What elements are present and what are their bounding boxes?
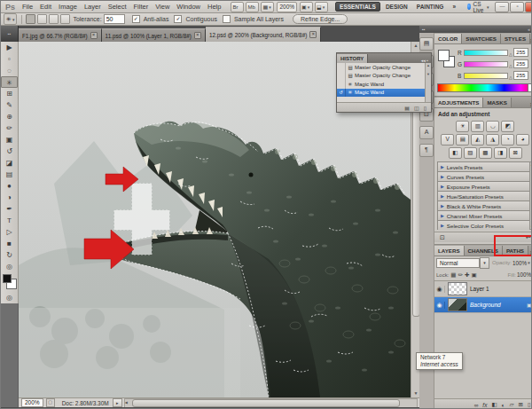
invert-icon[interactable]: ◧ <box>449 147 462 159</box>
marquee-tool[interactable]: ▫ <box>1 53 18 65</box>
quick-mask-button[interactable]: ◎ <box>1 292 19 303</box>
workspace-more-button[interactable]: » <box>449 3 459 11</box>
black-white-presets-item[interactable]: ▶Black & White Presets <box>437 201 532 210</box>
red-channel-value[interactable]: 255 <box>513 48 528 57</box>
curves-presets-item[interactable]: ▶Curves Presets <box>437 171 532 181</box>
delete-state-icon[interactable]: ▯ <box>424 105 426 111</box>
disclosure-icon[interactable]: ▶ <box>441 164 444 169</box>
current-tool-dropdown[interactable]: ✳▾ <box>4 13 17 25</box>
launch-bridge-icon[interactable]: Br <box>231 2 244 12</box>
selection-subtract-button[interactable] <box>49 14 59 24</box>
lock-all-icon[interactable]: ▣ <box>471 271 476 279</box>
black-white-ramp-end[interactable] <box>528 83 532 92</box>
photo-filter-icon[interactable]: ◔ <box>501 134 514 146</box>
disclosure-icon[interactable]: ▶ <box>441 174 444 179</box>
link-layers-icon[interactable]: ∞ <box>474 402 479 408</box>
history-panel-header[interactable]: HISTORY ◂◂ ▪ <box>337 53 431 63</box>
eyedropper-tool[interactable]: ✎ <box>1 99 18 111</box>
blue-channel-value[interactable]: 255 <box>513 71 528 80</box>
history-scrollbar[interactable]: ▲▼ <box>425 63 431 102</box>
foreground-color-swatch[interactable] <box>3 274 12 283</box>
tab-swatches[interactable]: SWATCHES <box>462 34 501 43</box>
cs-live-dropdown[interactable]: CS Live▾ <box>467 1 489 13</box>
close-icon[interactable]: × <box>309 31 317 38</box>
blend-mode-select[interactable]: Normal <box>436 258 480 268</box>
history-state-3[interactable]: ✳ Magic Wand <box>337 80 431 89</box>
disclosure-icon[interactable]: ▶ <box>441 223 444 228</box>
shape-tool[interactable]: ■ <box>1 238 18 249</box>
lasso-tool[interactable]: ◌ <box>1 65 18 76</box>
dock-collapse-strip[interactable]: ▪▪ « <box>419 26 532 33</box>
green-channel-value[interactable]: 255 <box>513 59 528 68</box>
chevron-down-icon[interactable]: ▾ <box>528 260 530 265</box>
document-tab-1[interactable]: F1.jpg @ 66.7% (RGB/8#)× <box>19 28 102 42</box>
delete-layer-icon[interactable]: ▯ <box>528 401 531 408</box>
contiguous-checkbox[interactable]: ✓ <box>174 15 182 23</box>
tab-styles[interactable]: STYLES <box>501 34 530 43</box>
background-name[interactable]: Background <box>470 302 501 308</box>
hue-saturation-presets-item[interactable]: ▶Hue/Saturation Presets <box>437 191 532 201</box>
zoom-level-dropdown[interactable]: 200% ▾ <box>277 2 297 12</box>
brush-tool[interactable]: ✏ <box>1 122 18 134</box>
menu-select[interactable]: Select <box>105 3 130 11</box>
background-color-well[interactable] <box>438 50 450 61</box>
workspace-painting[interactable]: PAINTING <box>413 3 448 11</box>
new-group-icon[interactable]: ▱ <box>510 401 514 408</box>
disclosure-icon[interactable]: ▶ <box>441 193 444 199</box>
document-tab-2[interactable]: 11.psd @ 100% (Layer 1, RGB/8#)× <box>102 28 206 42</box>
minimize-button[interactable]: — <box>495 2 509 12</box>
history-state-4-selected[interactable]: ↺ ✳ Magic Wand <box>337 89 431 98</box>
lock-transparent-icon[interactable]: ▦ <box>450 271 456 279</box>
history-brush-source-cell[interactable] <box>337 63 346 72</box>
gradient-tool[interactable]: ▤ <box>1 169 18 180</box>
visibility-eye-icon[interactable]: ◉ <box>434 286 445 293</box>
sample-all-layers-checkbox[interactable] <box>223 15 231 23</box>
fill-value[interactable]: 100% <box>517 271 531 278</box>
layer1-name[interactable]: Layer 1 <box>470 286 489 292</box>
layer-style-fx-icon[interactable]: fx <box>482 402 487 408</box>
black-white-icon[interactable]: ◮ <box>486 134 499 146</box>
menu-image[interactable]: Image <box>55 3 81 11</box>
tolerance-input[interactable] <box>104 14 125 24</box>
lock-pixels-icon[interactable]: ✏ <box>458 271 463 279</box>
horizontal-scroll-thumb[interactable] <box>132 399 400 407</box>
scroll-left-icon[interactable]: ◀ <box>125 399 128 405</box>
posterize-icon[interactable]: ▨ <box>464 147 477 159</box>
screen-mode-icon[interactable]: ⬓▾ <box>315 2 328 12</box>
disclosure-icon[interactable]: ▶ <box>441 184 444 189</box>
visibility-eye-icon[interactable]: ◉ <box>434 302 445 309</box>
selective-color-presets-item[interactable]: ▶Selective Color Presets <box>437 220 532 230</box>
menu-window[interactable]: Window <box>173 3 204 11</box>
channel-mixer-icon[interactable]: ◕ <box>516 134 529 146</box>
gradient-map-icon[interactable]: ◨ <box>494 147 507 159</box>
healing-brush-tool[interactable]: ⊕ <box>1 111 18 122</box>
history-brush-source-icon[interactable]: ↺ <box>337 89 346 98</box>
tab-history[interactable]: HISTORY <box>337 54 368 63</box>
disclosure-icon[interactable]: ▶ <box>441 203 444 208</box>
horizontal-scrollbar[interactable]: ◀ <box>124 398 418 408</box>
paragraph-panel-icon[interactable]: ¶ <box>419 144 434 157</box>
vibrance-icon[interactable]: V <box>441 134 454 146</box>
selective-color-icon[interactable]: ⊠ <box>509 147 522 159</box>
pen-tool[interactable]: ✒ <box>1 203 18 215</box>
green-channel-slider[interactable] <box>464 61 508 67</box>
history-brush-source-cell[interactable] <box>337 80 346 89</box>
new-adjustment-layer-icon[interactable]: ◐ <box>502 402 505 408</box>
move-tool[interactable]: ▶ <box>1 42 18 53</box>
color-spectrum-ramp[interactable] <box>437 83 532 92</box>
selection-new-button[interactable] <box>26 14 35 24</box>
brightness-contrast-icon[interactable]: ☀ <box>456 121 469 132</box>
toolbox-collapse-header[interactable]: ▪▪ <box>1 26 19 42</box>
slider-handle-icon[interactable]: △ <box>509 51 512 57</box>
clone-stamp-tool[interactable]: ▣ <box>1 134 18 146</box>
close-icon[interactable]: × <box>194 32 201 39</box>
crop-tool[interactable]: ⊞ <box>1 88 18 99</box>
anti-alias-checkbox[interactable]: ✓ <box>132 15 140 23</box>
tab-adjustments[interactable]: ADJUSTMENTS <box>434 98 483 107</box>
selection-intersect-button[interactable] <box>60 14 70 24</box>
new-snapshot-icon[interactable]: ◫ <box>414 105 419 111</box>
blur-tool[interactable]: ● <box>1 180 18 192</box>
tab-color[interactable]: COLOR <box>434 34 462 43</box>
eraser-tool[interactable]: ◪ <box>1 157 18 169</box>
history-brush-source-cell[interactable] <box>337 72 346 81</box>
